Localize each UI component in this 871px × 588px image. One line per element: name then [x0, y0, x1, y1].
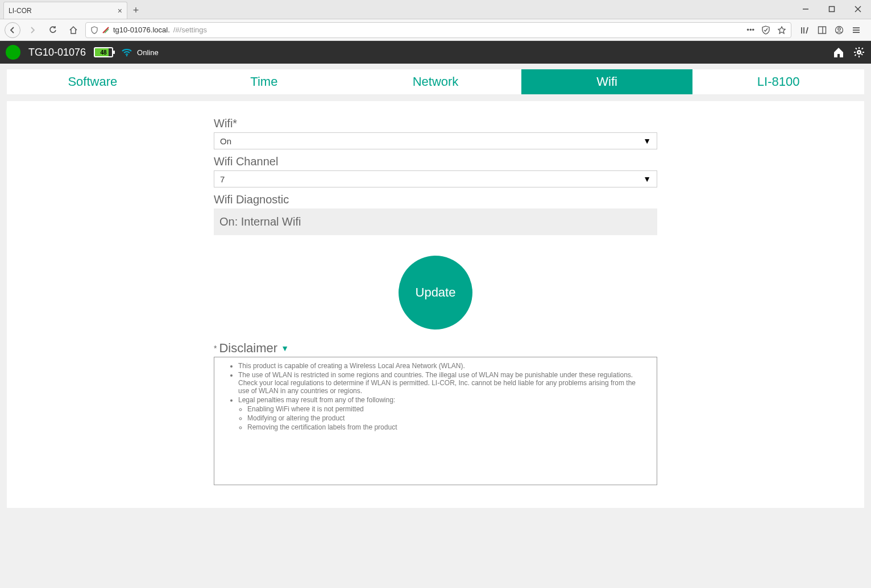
wifi-diagnostic-value: On: Internal Wifi	[214, 208, 657, 235]
browser-tab-strip: LI-COR × +	[0, 0, 871, 19]
wifi-channel-label: Wifi Channel	[214, 155, 657, 168]
disclaimer-subitem: Enabling WiFi where it is not permitted	[247, 405, 641, 413]
disclaimer-heading[interactable]: * Disclaimer ▼	[214, 341, 657, 356]
new-tab-button[interactable]: +	[127, 2, 144, 19]
wifi-channel-select[interactable]: 7 ▼	[214, 170, 657, 187]
tab-label: LI-8100	[757, 74, 800, 89]
wifi-select-value: On	[220, 136, 231, 146]
browser-tab[interactable]: LI-COR ×	[3, 2, 127, 19]
status-indicator	[6, 45, 20, 60]
update-button[interactable]: Update	[399, 256, 472, 330]
battery-pct: 48	[101, 49, 107, 56]
app-menu-icon[interactable]	[852, 26, 861, 35]
app-header: TG10-01076 48 Online	[0, 41, 871, 64]
chevron-down-icon: ▼	[643, 174, 651, 184]
home-icon[interactable]	[832, 46, 845, 59]
wifi-icon	[121, 48, 132, 57]
svg-point-16	[126, 55, 127, 56]
svg-line-8	[806, 27, 808, 34]
wifi-select[interactable]: On ▼	[214, 132, 657, 149]
tab-label: Time	[250, 74, 277, 89]
nav-back-button[interactable]	[5, 22, 20, 38]
disclaimer-item: Legal penalties may result from any of t…	[238, 396, 641, 404]
window-close-button[interactable]	[845, 0, 871, 19]
update-button-label: Update	[416, 285, 456, 300]
wifi-label: Wifi*	[214, 117, 657, 130]
browser-toolbar: tg10-01076.local./#/settings •••	[0, 19, 871, 41]
tab-title: LI-COR	[9, 7, 32, 15]
nav-forward-button[interactable]	[24, 22, 41, 39]
wifi-diagnostic-label: Wifi Diagnostic	[214, 193, 657, 206]
tab-software[interactable]: Software	[7, 69, 179, 94]
page-actions-icon[interactable]: •••	[746, 26, 754, 34]
wifi-form: Wifi* On ▼ Wifi Channel 7 ▼ Wifi Diagnos…	[214, 117, 657, 485]
url-path: /#/settings	[173, 26, 207, 34]
disclaimer-subitem: Modifying or altering the product	[247, 414, 641, 422]
connection-status: Online	[137, 48, 159, 57]
shield-icon	[90, 26, 98, 34]
close-tab-icon[interactable]: ×	[118, 6, 122, 15]
settings-gear-icon[interactable]	[853, 46, 865, 59]
nav-home-button[interactable]	[65, 22, 82, 39]
disclaimer-item: This product is capable of creating a Wi…	[238, 362, 641, 370]
collapse-triangle-icon[interactable]: ▼	[281, 344, 289, 353]
window-maximize-button[interactable]	[819, 0, 845, 19]
library-icon[interactable]	[801, 26, 810, 35]
disclaimer-box: This product is capable of creating a Wi…	[214, 357, 657, 485]
disclaimer-heading-text: Disclaimer	[219, 341, 277, 356]
window-minimize-button[interactable]	[793, 0, 819, 19]
tab-label: Network	[413, 74, 459, 89]
tab-network[interactable]: Network	[350, 69, 521, 94]
chevron-down-icon: ▼	[643, 136, 651, 145]
svg-rect-9	[819, 27, 826, 34]
content-panel: Wifi* On ▼ Wifi Channel 7 ▼ Wifi Diagnos…	[7, 101, 864, 508]
url-bar[interactable]: tg10-01076.local./#/settings •••	[85, 22, 791, 38]
url-host: tg10-01076.local.	[113, 26, 170, 34]
sidebar-icon[interactable]	[818, 26, 827, 35]
disclaimer-item: The use of WLAN is restricted in some re…	[238, 371, 641, 395]
battery-indicator: 48	[94, 47, 113, 57]
tab-label: Software	[68, 74, 117, 89]
tab-time[interactable]: Time	[179, 69, 350, 94]
disclaimer-subitem: Removing the certification labels from t…	[247, 423, 641, 431]
tab-wifi[interactable]: Wifi	[521, 69, 693, 94]
wifi-channel-value: 7	[220, 174, 225, 184]
page-body: Software Time Network Wifi LI-8100 Wifi*…	[0, 64, 871, 514]
asterisk-icon: *	[214, 344, 217, 353]
nav-reload-button[interactable]	[44, 22, 61, 39]
tab-li8100[interactable]: LI-8100	[692, 69, 864, 94]
svg-rect-1	[829, 7, 835, 12]
svg-point-12	[838, 27, 840, 30]
window-controls	[793, 0, 871, 19]
reader-permissions-icon[interactable]	[761, 26, 770, 35]
device-name: TG10-01076	[28, 47, 86, 59]
insecure-connection-icon	[102, 26, 110, 34]
bookmark-star-icon[interactable]	[777, 26, 786, 35]
tab-label: Wifi	[596, 74, 617, 89]
settings-tabs: Software Time Network Wifi LI-8100	[7, 69, 864, 94]
account-icon[interactable]	[835, 26, 844, 35]
